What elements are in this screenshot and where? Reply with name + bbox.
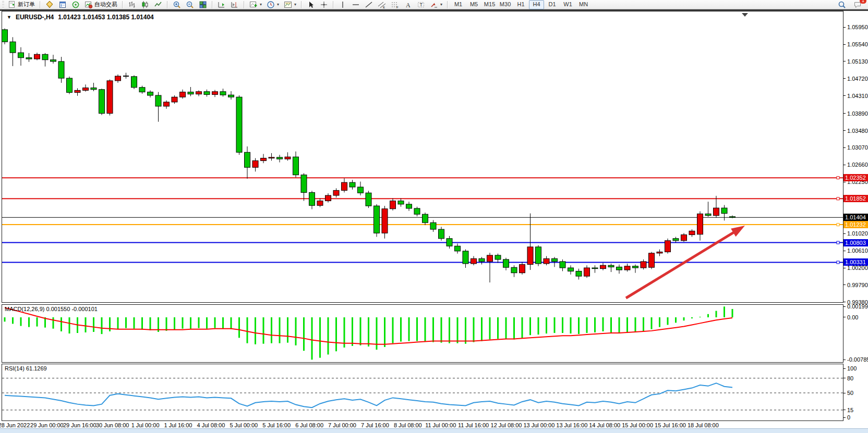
time-axis-label: 28 Jun 2022 [0, 422, 30, 428]
time-axis-label: 4 Jul 08:00 [197, 422, 225, 428]
axis-tick-mark [843, 268, 846, 268]
indicators-add-button[interactable]: ▾ [247, 0, 264, 9]
auto-scroll-button[interactable] [215, 0, 228, 9]
time-axis-label: 18 Jul 08:00 [688, 422, 719, 428]
svg-text:T: T [420, 2, 423, 7]
macd-hist-bar [635, 317, 636, 332]
tile-windows-icon [199, 1, 207, 9]
price-line-tag-1.00803: 1.00803 [843, 239, 868, 246]
line-anchor-marker[interactable] [837, 224, 839, 226]
time-axis[interactable]: 28 Jun 202229 Jun 00:0029 Jun 16:0030 Ju… [2, 421, 843, 428]
axis-tick-mark [843, 61, 846, 61]
shapes-icon [430, 1, 438, 9]
timeframe-h4-button[interactable]: H4 [529, 0, 544, 9]
rsi-tick-label: 15 [847, 407, 868, 413]
navigator-button[interactable] [69, 0, 82, 9]
price-axis[interactable]: 1.059501.055401.051301.047201.043101.038… [843, 11, 868, 423]
zoom-out-button[interactable] [184, 0, 196, 9]
text-icon: A [404, 1, 412, 9]
vline-icon [339, 1, 347, 9]
new-order-button-label: 新订单 [18, 1, 35, 8]
hline-button[interactable] [349, 0, 362, 9]
vline-button[interactable] [336, 0, 349, 9]
cursor-button[interactable] [305, 0, 317, 9]
macd-hist-bar [198, 317, 200, 328]
axis-tick-mark [843, 317, 846, 317]
chart-shift-button[interactable] [228, 0, 241, 9]
label-button[interactable]: T [415, 0, 427, 9]
timeframe-m15-button[interactable]: M15 [482, 0, 497, 9]
line-anchor-marker[interactable] [837, 177, 839, 179]
chevron-down-icon: ▾ [260, 2, 262, 7]
candle-body [212, 92, 218, 95]
candle-body [600, 265, 606, 268]
candle-body [657, 252, 662, 253]
axis-tick-mark [843, 95, 846, 96]
rsi-indicator-pane[interactable]: RSI(14) 61.1269 [2, 364, 843, 421]
autotrading-button[interactable]: 自动交易 [82, 0, 119, 9]
status-bar [0, 428, 868, 433]
chart-bars-icon [128, 1, 136, 9]
hline-icon [352, 1, 360, 9]
chart-line-button[interactable] [152, 0, 164, 9]
price-chart-pane[interactable]: ▼ EURUSD-,H4 1.01423 1.01453 1.01385 1.0… [2, 11, 843, 303]
crosshair-button[interactable] [318, 0, 330, 9]
tile-windows-button[interactable] [197, 0, 209, 9]
macd-hist-bar [222, 317, 224, 329]
chart-candles-button[interactable] [139, 0, 151, 9]
templates-button[interactable]: ▾ [282, 0, 298, 9]
timeframe-d1-button[interactable]: D1 [545, 0, 560, 9]
axis-tick-mark [843, 147, 846, 148]
line-anchor-marker[interactable] [837, 261, 839, 264]
candle-body [326, 195, 331, 201]
macd-indicator-pane[interactable]: MACD(12,26,9) 0.001550 -0.000101 [2, 304, 843, 363]
new-order-button[interactable]: 新订单 [6, 0, 37, 9]
chart-bars-button[interactable] [126, 0, 138, 9]
macd-hist-bar [12, 317, 14, 324]
timeframe-m1-button[interactable]: M1 [451, 0, 466, 9]
market-watch-icon [58, 1, 67, 9]
timeframe-m5-button[interactable]: M5 [466, 0, 481, 9]
line-anchor-marker[interactable] [837, 241, 839, 244]
search-button[interactable] [836, 0, 848, 9]
macd-hist-bar [610, 317, 612, 333]
timeframe-h1-button[interactable]: H1 [513, 0, 528, 9]
timeframe-mn-button[interactable]: MN [576, 0, 591, 9]
candle-body [527, 247, 533, 265]
candle-body [633, 266, 638, 268]
line-anchor-marker[interactable] [837, 197, 839, 200]
timeframe-w1-button[interactable]: W1 [560, 0, 575, 9]
text-button[interactable]: A [402, 0, 414, 9]
candle-series [2, 28, 736, 282]
profiles-button[interactable] [43, 0, 56, 9]
shapes-button[interactable]: ▾ [428, 0, 444, 9]
candle-body [172, 97, 177, 102]
macd-hist-bar [643, 317, 644, 331]
fibonacci-button[interactable]: F [389, 0, 401, 9]
time-axis-label: 11 Jul 16:00 [458, 422, 489, 428]
chart-shift-marker-icon[interactable] [742, 13, 748, 17]
collapse-icon[interactable]: ▼ [7, 15, 11, 20]
macd-hist-bar [619, 317, 620, 333]
price-line-tag-1.00331: 1.00331 [843, 258, 868, 266]
timeframe-m30-button[interactable]: M30 [498, 0, 513, 9]
autotrading-icon [85, 1, 93, 9]
channel-button[interactable]: E [376, 0, 388, 9]
macd-hist-bar [295, 317, 297, 345]
time-axis-label: 29 Jun 00:00 [30, 422, 64, 428]
price-tick-label: 1.04720 [847, 76, 868, 82]
macd-hist-bar [481, 317, 483, 341]
market-watch-button[interactable] [56, 0, 69, 9]
candle-body [83, 88, 89, 91]
axis-tick-mark [843, 417, 846, 418]
svg-text:E: E [383, 6, 385, 9]
rsi-plot [2, 364, 843, 421]
price-line-tag-1.01852: 1.01852 [843, 195, 868, 202]
price-tick-label: 1.05130 [847, 58, 868, 65]
time-axis-label: 1 Jul 00:00 [131, 422, 160, 428]
periods-button[interactable]: ▾ [264, 0, 281, 9]
zoom-in-button[interactable] [171, 0, 183, 9]
notifications-button[interactable]: 1 [851, 0, 864, 9]
macd-hist-bar [190, 317, 191, 329]
trendline-button[interactable] [363, 0, 375, 9]
